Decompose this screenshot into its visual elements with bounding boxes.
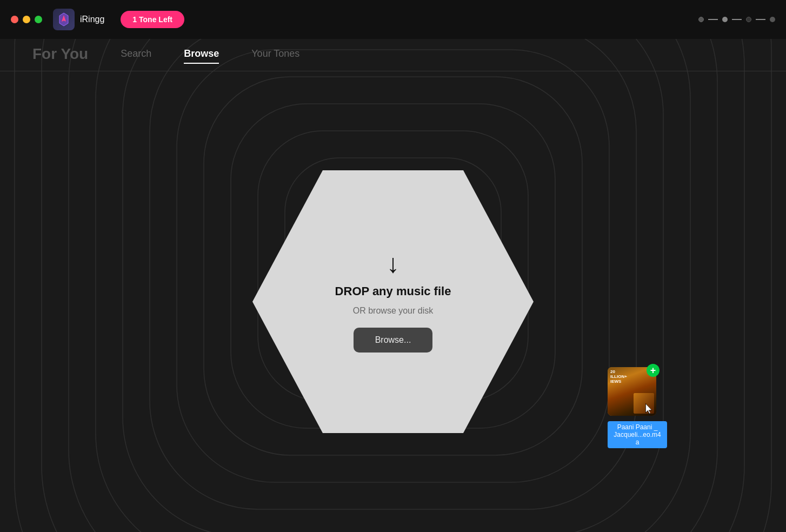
drop-zone[interactable]: ↓ DROP any music file OR browse your dis…	[252, 156, 534, 448]
nav-tabs: For You Search Browse Your Tones	[0, 39, 786, 71]
tab-browse[interactable]: Browse	[184, 48, 219, 62]
drag-file: 20 ILLION+ IEWS + Paani Paani _ Jacqueli…	[608, 367, 667, 448]
plus-badge-icon: +	[647, 364, 660, 377]
control-dot-2	[722, 17, 728, 22]
drop-arrow-icon: ↓	[387, 251, 399, 277]
main-content: ↓ DROP any music file OR browse your dis…	[0, 71, 786, 532]
window-controls	[11, 16, 42, 23]
tab-search[interactable]: Search	[121, 48, 151, 62]
tab-for-you[interactable]: For You	[32, 45, 88, 65]
drag-filename: Paani Paani _ Jacqueli...eo.m4a	[608, 421, 667, 448]
tab-your-tones[interactable]: Your Tones	[251, 48, 299, 62]
close-button[interactable]	[11, 16, 18, 23]
control-dot-4	[770, 17, 775, 22]
control-dot-1	[698, 17, 704, 22]
app-name-label: iRingg	[80, 15, 104, 24]
drop-subtitle: OR browse your disk	[353, 306, 434, 316]
control-line-1	[708, 19, 718, 20]
control-dot-3	[746, 17, 751, 22]
titlebar: iRingg 1 Tone Left	[0, 0, 786, 39]
browse-button[interactable]: Browse...	[354, 328, 433, 353]
minimize-button[interactable]	[23, 16, 30, 23]
titlebar-right-controls	[698, 17, 775, 22]
tone-badge[interactable]: 1 Tone Left	[121, 11, 184, 28]
control-line-3	[756, 19, 765, 20]
drop-title: DROP any music file	[335, 284, 451, 298]
maximize-button[interactable]	[35, 16, 42, 23]
app-icon	[53, 9, 75, 30]
control-line-2	[732, 19, 742, 20]
